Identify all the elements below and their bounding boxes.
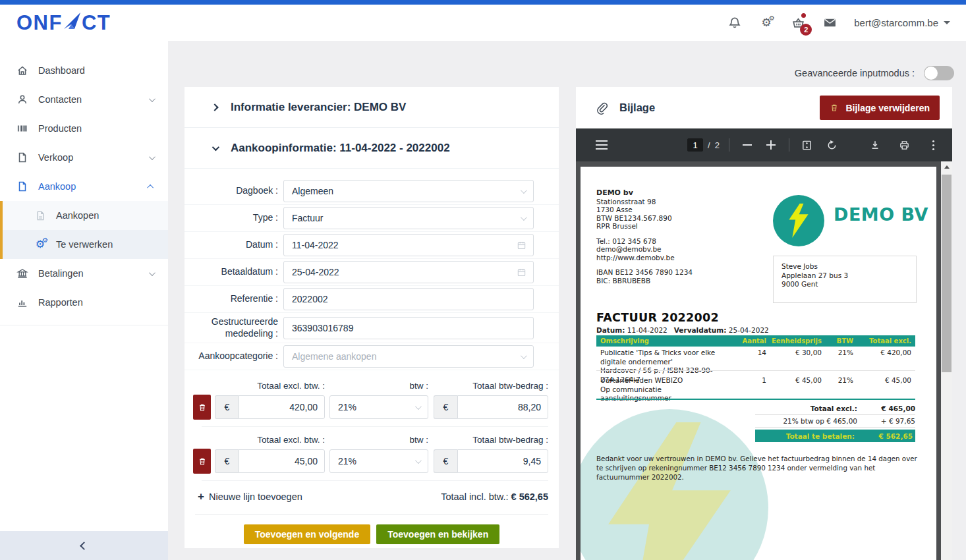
- calendar-icon[interactable]: [517, 267, 526, 277]
- excl-amount-input[interactable]: [239, 395, 325, 419]
- btw-select[interactable]: 21%: [329, 395, 428, 419]
- print-icon[interactable]: [895, 136, 913, 154]
- bank-icon: [16, 267, 28, 279]
- document-icon: [16, 181, 28, 192]
- sidebar-item-label: Dashboard: [38, 65, 85, 76]
- app-header: ONFCT ⚙⚙ 2 bert@starcomm.be: [0, 5, 966, 41]
- datum-label: Datum :: [185, 239, 278, 251]
- gears-icon: ⚙⚙: [34, 238, 46, 250]
- referentie-input[interactable]: [284, 294, 533, 304]
- invoice-totals: Totaal excl.: € 465,00 21% btw op € 465,…: [755, 403, 915, 442]
- demo-bv-brand-text: DEMO BV: [834, 204, 928, 225]
- sidebar-item-label: Verkoop: [38, 152, 73, 163]
- zoom-in-icon[interactable]: [762, 136, 780, 154]
- form-row-aankoopcategorie: Aankoopcategorie : Algemene aankopen: [185, 343, 559, 370]
- chevron-down-icon: [521, 214, 527, 221]
- line-header-btw: btw :: [325, 381, 428, 391]
- pdf-page: DEMO bv Stationsstraat 98 1730 Asse BTW …: [581, 167, 936, 560]
- form-row-dagboek: Dagboek : Algemeen: [185, 178, 559, 205]
- delete-line-button[interactable]: [193, 449, 211, 474]
- type-select[interactable]: Factuur: [283, 207, 534, 229]
- submit-next-button[interactable]: Toevoegen en volgende: [244, 524, 370, 544]
- dagboek-select[interactable]: Algemeen: [283, 180, 534, 202]
- chevron-down-icon: [149, 96, 156, 102]
- line-header-excl: Totaal excl. btw. :: [193, 435, 325, 445]
- line-header-btw-amount: Totaal btw-bedrag :: [428, 381, 548, 391]
- form-row-betaaldatum: Betaaldatum :: [185, 259, 559, 286]
- excl-amount-group: €: [215, 395, 325, 419]
- submit-view-button[interactable]: Toevoegen en bekijken: [376, 524, 499, 544]
- cart-count-badge: 2: [800, 24, 812, 36]
- invoice-title: FACTUUR 2022002: [596, 311, 719, 324]
- mail-icon[interactable]: [822, 16, 837, 30]
- btw-select[interactable]: 21%: [329, 449, 428, 473]
- calendar-icon[interactable]: [517, 240, 526, 250]
- dagboek-label: Dagboek :: [185, 185, 278, 197]
- sidebar-item-aankopen[interactable]: Aankopen: [0, 201, 168, 230]
- account-menu[interactable]: bert@starcomm.be: [854, 17, 950, 28]
- sidebar-collapse-button[interactable]: [0, 531, 168, 560]
- currency-prefix: €: [215, 449, 239, 473]
- sidebar-item-dashboard[interactable]: Dashboard: [0, 56, 168, 85]
- more-options-icon[interactable]: [924, 136, 942, 154]
- scroll-up-icon[interactable]: [941, 161, 952, 172]
- logo-text-left: ONF: [16, 11, 63, 35]
- btw-amount-input[interactable]: [457, 449, 548, 473]
- sidebar-item-aankoop[interactable]: Aankoop: [0, 172, 168, 201]
- lightning-bolt-icon: [787, 204, 810, 238]
- sidebar-item-label: Aankopen: [56, 210, 99, 221]
- document-icon: [16, 152, 28, 163]
- datum-input[interactable]: [284, 240, 517, 250]
- invoice-dates: Datum: 11-04-2022Vervaldatum: 25-04-2022: [596, 326, 769, 334]
- section-purchase-info[interactable]: Aankoopinformatie: 11-04-2022 - 2022002: [185, 128, 559, 169]
- delete-attachment-button[interactable]: Bijlage verwijderen: [820, 96, 940, 120]
- chevron-down-icon: [415, 457, 422, 464]
- chevron-down-icon: [149, 269, 156, 276]
- basket-icon[interactable]: 2: [791, 16, 805, 30]
- betaaldatum-input[interactable]: [284, 267, 517, 277]
- fit-page-icon[interactable]: [799, 136, 816, 154]
- invoice-line-2: Totaal excl. btw. : btw : Totaal btw-bed…: [185, 435, 559, 481]
- pdf-scrollbar[interactable]: [941, 161, 952, 560]
- currency-prefix: €: [215, 395, 239, 419]
- total-incl-value: € 562,65: [511, 491, 548, 502]
- sidebar-item-label: Rapporten: [38, 297, 83, 308]
- rotate-icon[interactable]: [824, 136, 841, 154]
- sidebar-item-betalingen[interactable]: Betalingen: [0, 259, 168, 288]
- sidebar-item-te-verwerken[interactable]: ⚙⚙ Te verwerken: [0, 230, 168, 259]
- download-icon[interactable]: [867, 136, 884, 154]
- chevron-left-icon: [80, 542, 88, 550]
- scrollbar-thumb[interactable]: [942, 175, 952, 372]
- line-header-btw: btw :: [325, 435, 428, 445]
- section-title: Aankoopinformatie: 11-04-2022 - 2022002: [231, 142, 450, 155]
- invoice-line-1: Totaal excl. btw. : btw : Totaal btw-bed…: [185, 381, 559, 427]
- pdf-menu-icon[interactable]: [593, 136, 610, 154]
- trash-icon: [830, 103, 839, 113]
- excl-amount-input[interactable]: [239, 449, 325, 473]
- section-supplier-info[interactable]: Informatie leverancier: DEMO BV: [185, 87, 559, 128]
- invoice-company-block: DEMO bv Stationsstraat 98 1730 Asse BTW …: [596, 189, 693, 285]
- invoice-total-due: Totaal te betalen: € 562,65: [755, 430, 915, 442]
- pdf-page-input[interactable]: 1: [687, 138, 703, 152]
- add-line-button[interactable]: + Nieuwe lijn toevoegen: [198, 490, 302, 503]
- sidebar-item-producten[interactable]: Producten: [0, 114, 168, 143]
- purchase-form-card: Informatie leverancier: DEMO BV Aankoopi…: [185, 87, 559, 548]
- company-name: DEMO bv: [596, 189, 693, 198]
- onfact-logo[interactable]: ONFCT: [16, 11, 111, 35]
- zoom-out-icon[interactable]: [739, 136, 756, 154]
- sidebar-item-label: Aankoop: [38, 181, 76, 192]
- sidebar-item-verkoop[interactable]: Verkoop: [0, 143, 168, 172]
- advanced-mode-toggle[interactable]: [924, 66, 954, 80]
- mededeling-field: [283, 317, 534, 339]
- sidebar-item-rapporten[interactable]: Rapporten: [0, 288, 168, 317]
- total-incl-btw: Totaal incl. btw.: € 562,65: [441, 491, 548, 502]
- sidebar-item-contacten[interactable]: Contacten: [0, 85, 168, 114]
- aankoopcategorie-select[interactable]: Algemene aankopen: [283, 345, 534, 368]
- btw-amount-input[interactable]: [457, 395, 548, 419]
- bell-icon[interactable]: [727, 16, 742, 30]
- settings-gears-icon[interactable]: ⚙⚙: [759, 16, 774, 30]
- watermark-bolt-icon: [600, 422, 739, 560]
- delete-line-button[interactable]: [193, 395, 211, 420]
- mededeling-input[interactable]: [284, 323, 533, 333]
- form-row-datum: Datum :: [185, 232, 559, 259]
